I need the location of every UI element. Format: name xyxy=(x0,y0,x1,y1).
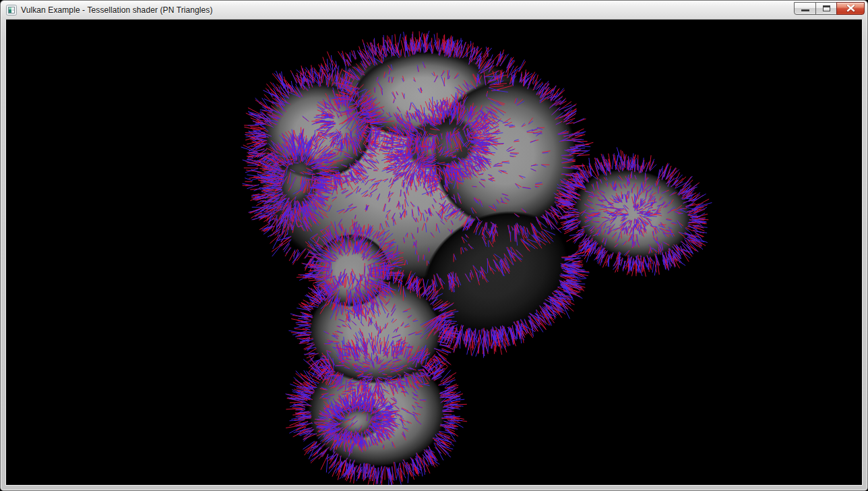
render-client-area xyxy=(5,19,863,486)
minimize-button[interactable] xyxy=(794,2,816,15)
maximize-button[interactable] xyxy=(815,2,837,15)
minimize-icon xyxy=(801,9,809,11)
app-window: Vulkan Example - Tessellation shader (PN… xyxy=(0,0,868,491)
window-title: Vulkan Example - Tessellation shader (PN… xyxy=(21,5,213,15)
maximize-icon xyxy=(823,5,830,11)
close-icon xyxy=(846,5,855,12)
vulkan-app-icon xyxy=(6,5,17,16)
titlebar[interactable]: Vulkan Example - Tessellation shader (PN… xyxy=(1,1,867,19)
window-controls xyxy=(795,2,865,15)
viewport-canvas[interactable] xyxy=(6,20,862,485)
close-button[interactable] xyxy=(836,2,865,15)
